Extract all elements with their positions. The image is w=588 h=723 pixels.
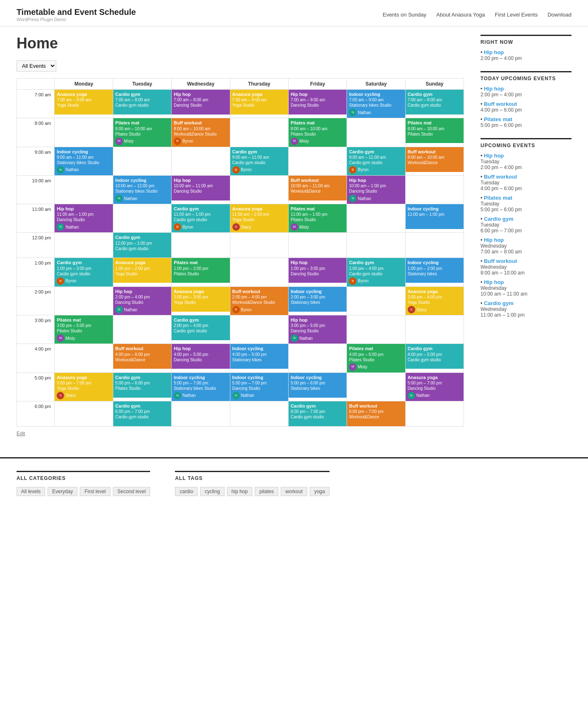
sidebar-upcoming: UPCOMING EVENTS Hip hop Tuesday2:00 pm –…: [480, 138, 571, 318]
cell-sun-4[interactable]: Cardio gym 4:00 pm – 5:00 pm Cardio gym …: [405, 344, 464, 372]
filter-bar: All Events: [17, 60, 464, 72]
cell-mon-3[interactable]: Pilates mat 3:00 pm – 5:00 pm Pilates St…: [55, 315, 113, 344]
sidebar-right-now: RIGHT NOW Hip hop 2:00 pm – 4:00 pm: [480, 35, 571, 61]
nav-about[interactable]: About Anasura Yoga: [436, 12, 485, 18]
cell-sun-5[interactable]: Anasura yoga 5:00 pm – 7:00 pm Dancing S…: [405, 372, 464, 401]
cell-sat-1[interactable]: Cardio gym 1:00 pm – 4:00 pm Cardio gym …: [347, 258, 405, 286]
cell-sat-6[interactable]: Buff workout 6:00 pm – 7:00 pm Workout&D…: [347, 401, 405, 426]
event-filter-select[interactable]: All Events: [17, 60, 56, 72]
table-row: 10:00 am Indoor cycling 10:00 am – 12:00…: [17, 175, 464, 204]
category-everyday[interactable]: Everyday: [48, 487, 77, 496]
nav-first-level[interactable]: First Level Events: [495, 12, 538, 18]
tag-cycling[interactable]: cycling: [200, 487, 225, 496]
cell-wed-8[interactable]: Buff workout 8:00 am – 10:00 am Workout&…: [172, 118, 230, 147]
cell-fri-1[interactable]: Hip hop 1:00 pm – 3:00 pm Dancing Studio: [288, 258, 347, 286]
cell-thu-9[interactable]: Cardio gym 9:00 am – 11:00 am Cardio gym…: [230, 147, 288, 175]
cell-wed-10[interactable]: Hip hop 10:00 am – 11:00 am Dancing Stud…: [172, 175, 230, 204]
cell-sun-8[interactable]: Pilates mat 8:00 am – 10:00 am Pilates S…: [405, 118, 464, 147]
cell-sat-9[interactable]: Cardio gym 9:00 am – 11:00 am Cardio gym…: [347, 147, 405, 175]
cell-sat-10[interactable]: Hip hop 10:00 am – 1:00 pm Dancing Studi…: [347, 175, 405, 204]
upcoming-event-link[interactable]: Buff workout: [484, 258, 517, 264]
cell-sun-11[interactable]: Indoor cycling 11:00 am – 1:00 pm: [405, 204, 464, 233]
cell-mon-5[interactable]: Anasura yoga 5:00 pm – 7:00 pm Yoga Stud…: [55, 372, 113, 401]
category-all-levels[interactable]: All levels: [17, 487, 45, 496]
nav-events-sunday[interactable]: Events on Sunday: [382, 12, 426, 18]
nav-download[interactable]: Download: [547, 12, 571, 18]
upcoming-event-link[interactable]: Pilates mat: [484, 195, 512, 201]
right-now-event-link[interactable]: Hip hop: [484, 49, 504, 55]
cell-sun-7[interactable]: Cardio gym 7:00 am – 8:00 am Cardio gym …: [405, 90, 464, 118]
cell-tue-7[interactable]: Cardio gym 7:00 am – 8:00 am Cardio gym …: [113, 90, 171, 118]
cell-wed-1[interactable]: Pilates mat 1:00 pm – 2:00 pm Pilates St…: [172, 258, 230, 286]
cell-fri-7[interactable]: Hip hop 7:00 am – 9:00 am Dancing Studio: [288, 90, 347, 118]
cell-tue-8[interactable]: Pilates mat 8:00 am – 10:00 am Pilates S…: [113, 118, 171, 147]
cell-sun-2[interactable]: Anasura yoga 2:00 pm – 4:00 pm Yoga Stud…: [405, 286, 464, 315]
cell-wed-3[interactable]: Cardio gym 2:00 pm – 4:00 pm Cardio gym …: [172, 315, 230, 344]
cell-mon-1[interactable]: Cardio gym 1:00 pm – 3:00 pm Cardio gym …: [55, 258, 113, 286]
category-second-level[interactable]: Second level: [113, 487, 151, 496]
cell-fri-2[interactable]: Indoor cycling 2:00 pm – 3:00 pm Station…: [288, 286, 347, 315]
cell-tue-12[interactable]: Cardio gym 12:00 pm – 1:00 pm Cardio gym…: [113, 233, 171, 258]
list-item: Hip hop 2:00 pm – 4:00 pm: [480, 86, 571, 98]
today-event-link-3[interactable]: Pilates mat: [484, 116, 512, 122]
cell-thu-5[interactable]: Indoor cycling 5:00 pm – 7:00 pm Dancing…: [230, 372, 288, 401]
cell-mon-11[interactable]: Hip hop 11:00 am – 1:00 pm Dancing Studi…: [55, 204, 113, 233]
cell-sun-1[interactable]: Indoor cycling 1:00 pm – 2:00 pm Station…: [405, 258, 464, 286]
cell-fri-5[interactable]: Indoor cycling 5:00 pm – 6:00 pm Station…: [288, 372, 347, 401]
cell-tue-5[interactable]: Cardio gym 5:00 pm – 6:00 pm Pilates Stu…: [113, 372, 171, 401]
cell-tue-4[interactable]: Buff workout 4:00 pm – 6:00 pm Workout&D…: [113, 344, 171, 372]
cell-thu-7[interactable]: Anasura yoga 7:00 am – 9:00 am Yoga Stud…: [230, 90, 288, 118]
cell-mon-9[interactable]: Indoor cycling 9:00 am – 11:00 am Statio…: [55, 147, 113, 175]
cell-wed-5[interactable]: Indoor cycling 5:00 pm – 7:00 pm Station…: [172, 372, 230, 401]
tag-hiphop[interactable]: hip hop: [227, 487, 252, 496]
upcoming-event-link[interactable]: Buff workout: [484, 174, 517, 180]
cell-sat-4[interactable]: Pilates mat 4:00 pm – 6:00 pm Pilates St…: [347, 344, 405, 372]
tag-cardio[interactable]: cardio: [175, 487, 198, 496]
cell-thu-1: [230, 258, 288, 286]
cell-mon-2: [55, 286, 113, 315]
cell-sun-9[interactable]: Buff workout 9:00 am – 10:00 am Workout&…: [405, 147, 464, 175]
upcoming-event-meta: Tuesday6:00 pm – 7:00 pm: [480, 222, 571, 234]
cell-wed-11[interactable]: Cardio gym 11:00 am – 1:00 pm Cardio gym…: [172, 204, 230, 233]
tag-workout[interactable]: workout: [281, 487, 307, 496]
cell-thu-11[interactable]: Anasura yoga 11:00 am – 2:00 pm Yoga Stu…: [230, 204, 288, 233]
cell-tue-2[interactable]: Hip hop 2:00 pm – 4:00 pm Dancing Studio…: [113, 286, 171, 315]
cell-mon-7[interactable]: Anasura yoga 7:00 am – 9:00 am Yoga Stud…: [55, 90, 113, 118]
cell-thu-4[interactable]: Indoor cycling 4:00 pm – 5:00 pm Station…: [230, 344, 288, 372]
list-item: Cardio gym Wednesday11:00 am – 1:00 pm: [480, 300, 571, 318]
category-first-level[interactable]: First level: [80, 487, 110, 496]
cell-sun-3: [405, 315, 464, 344]
cell-wed-7[interactable]: Hip hop 7:00 am – 8:00 am Dancing Studio: [172, 90, 230, 118]
cell-tue-6[interactable]: Cardio gym 6:00 pm – 7:00 pm Cardio gym …: [113, 401, 171, 426]
cell-tue-1[interactable]: Anasura yoga 1:00 pm – 2:00 pm Yoga Stud…: [113, 258, 171, 286]
upcoming-event-link[interactable]: Cardio gym: [484, 216, 514, 222]
today-event-link-2[interactable]: Buff workout: [484, 101, 517, 107]
cell-fri-11[interactable]: Pilates mat 11:00 am – 1:00 pm Pilates S…: [288, 204, 347, 233]
sidebar-upcoming-heading: UPCOMING EVENTS: [480, 138, 571, 148]
edit-link[interactable]: Edit: [17, 431, 464, 437]
time-11am: 11:00 am: [17, 204, 55, 233]
tag-pilates[interactable]: pilates: [255, 487, 278, 496]
cell-fri-3[interactable]: Hip hop 3:00 pm – 5:00 pm Dancing Studio…: [288, 315, 347, 344]
time-1pm: 1:00 pm: [17, 258, 55, 286]
sidebar-today-upcoming: TODAY UPCOMING EVENTS Hip hop 2:00 pm – …: [480, 71, 571, 128]
cell-fri-10[interactable]: Buff workout 10:00 am – 11:00 am Workout…: [288, 175, 347, 204]
cell-thu-2[interactable]: Buff workout 2:00 pm – 4:00 pm Workout&D…: [230, 286, 288, 315]
upcoming-event-meta: Tuesday4:00 pm – 6:00 pm: [480, 180, 571, 191]
table-row: 6:00 pm Cardio gym 6:00 pm – 7:00 pm Car…: [17, 401, 464, 426]
cell-tue-10[interactable]: Indoor cycling 10:00 am – 12:00 pm Stati…: [113, 175, 171, 204]
upcoming-event-link[interactable]: Cardio gym: [484, 300, 514, 306]
time-5pm: 5:00 pm: [17, 372, 55, 401]
today-event-link-1[interactable]: Hip hop: [484, 86, 504, 92]
cell-fri-6[interactable]: Cardio gym 6:00 pm – 7:00 pm Cardio gym …: [288, 401, 347, 426]
cell-fri-8[interactable]: Pilates mat 8:00 am – 10:00 am Pilates S…: [288, 118, 347, 147]
cell-sat-7[interactable]: Indoor cycling 7:00 am – 9:00 am Station…: [347, 90, 405, 118]
upcoming-event-link[interactable]: Hip hop: [484, 237, 504, 243]
cell-wed-4[interactable]: Hip hop 4:00 pm – 5:00 pm Dancing Studio: [172, 344, 230, 372]
upcoming-event-link[interactable]: Hip hop: [484, 153, 504, 159]
table-row: 3:00 pm Pilates mat 3:00 pm – 5:00 pm Pi…: [17, 315, 464, 344]
cell-wed-2[interactable]: Anasura yoga 2:00 pm – 3:00 pm Yoga Stud…: [172, 286, 230, 315]
tag-yoga[interactable]: yoga: [310, 487, 330, 496]
upcoming-event-link[interactable]: Hip hop: [484, 279, 504, 285]
col-header-monday: Monday: [55, 79, 113, 90]
